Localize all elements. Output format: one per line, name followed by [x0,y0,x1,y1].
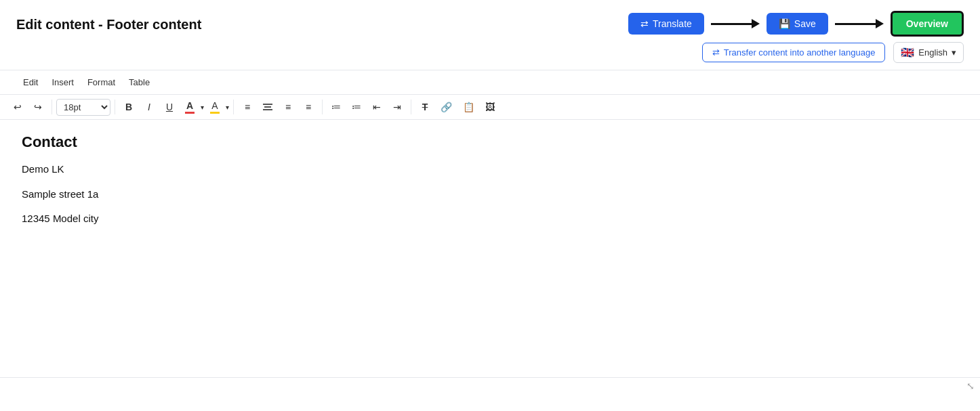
editor-container[interactable]: Contact Demo LK Sample street 1a 12345 M… [0,120,980,377]
save-label: Save [794,18,816,29]
header-actions: ⇄ Translate 💾 Save Overview ⇄ Trans [628,11,964,63]
outdent-button[interactable]: ⇤ [367,98,386,116]
link-icon: 🔗 [441,102,452,112]
redo-icon: ↪ [34,102,42,112]
editor-content: Contact Demo LK Sample street 1a 12345 M… [22,133,958,227]
overview-button[interactable]: Overview [891,11,964,37]
header-top-row: ⇄ Translate 💾 Save Overview [628,11,964,37]
align-right-icon: ≡ [285,102,291,112]
arrow-annotation [711,19,760,28]
toolbar-divider-1 [52,100,52,114]
translate-label: Translate [653,18,692,29]
translate-button[interactable]: ⇄ Translate [628,13,704,35]
resize-handle[interactable]: ⤡ [966,381,975,391]
font-size-select[interactable]: 8pt 10pt 12pt 14pt 16pt 18pt 20pt 24pt 3… [56,99,110,116]
undo-button[interactable]: ↩ [8,98,27,116]
language-name: English [918,47,947,58]
strikethrough-button[interactable]: T [415,98,434,116]
page-title: Edit content - Footer content [16,11,201,38]
editor-line-3: 12345 Model city [22,211,958,227]
align-center-button[interactable] [258,98,277,116]
arrow-head [752,19,760,28]
align-justify-button[interactable]: ≡ [299,98,318,116]
menu-item-insert[interactable]: Insert [45,74,81,90]
indent-button[interactable]: ⇥ [388,98,407,116]
highlight-chevron[interactable]: ▾ [226,104,229,111]
flag-icon: 🇬🇧 [901,46,914,59]
bullet-list-button[interactable]: ≔ [327,98,346,116]
chevron-down-icon: ▾ [952,47,956,58]
bold-button[interactable]: B [119,98,138,116]
menu-item-edit[interactable]: Edit [16,74,45,90]
arrow-annotation-2 [835,19,884,28]
editor-heading: Contact [22,133,958,151]
transfer-label: Transfer content into another language [724,47,876,58]
align-center-icon [263,104,272,110]
align-right-button[interactable]: ≡ [279,98,298,116]
underline-button[interactable]: U [160,98,179,116]
arrow-head-2 [876,19,884,28]
font-color-chevron[interactable]: ▾ [201,104,204,111]
ordered-list-button[interactable]: ≔ [347,98,366,116]
paste-button[interactable]: 📋 [458,98,479,116]
align-left-button[interactable]: ≡ [238,98,257,116]
highlight-button[interactable]: A [205,98,224,116]
overview-label: Overview [906,18,948,29]
undo-icon: ↩ [14,102,22,112]
toolbar: ↩ ↪ 8pt 10pt 12pt 14pt 16pt 18pt 20pt 24… [0,95,980,120]
arrow-line-2 [835,23,876,25]
align-justify-icon: ≡ [306,102,311,112]
image-icon: 🖼 [485,102,495,112]
outdent-icon: ⇤ [373,102,381,112]
editor-line-1: Demo LK [22,162,958,177]
redo-button[interactable]: ↪ [28,98,47,116]
strikethrough-icon: T [422,102,428,112]
font-color-button[interactable]: A [180,98,199,116]
align-left-icon: ≡ [245,102,250,112]
bullet-list-icon: ≔ [331,102,341,112]
language-selector[interactable]: 🇬🇧 English ▾ [893,42,964,63]
highlight-icon: A [210,100,220,114]
toolbar-divider-5 [411,100,411,114]
image-button[interactable]: 🖼 [481,98,499,116]
header-bottom-row: ⇄ Transfer content into another language… [702,42,964,63]
transfer-icon: ⇄ [712,47,720,58]
toolbar-divider-3 [233,100,234,114]
editor-bottom-bar: ⤡ [0,377,980,393]
link-button[interactable]: 🔗 [436,98,457,116]
italic-button[interactable]: I [140,98,159,116]
menu-item-table[interactable]: Table [122,74,157,90]
menu-bar: Edit Insert Format Table [0,70,980,95]
save-button[interactable]: 💾 Save [767,13,828,35]
editor-line-2: Sample street 1a [22,187,958,202]
font-color-icon: A [185,100,195,114]
save-icon: 💾 [779,18,790,29]
menu-item-format[interactable]: Format [81,74,122,90]
toolbar-divider-4 [322,100,323,114]
ordered-list-icon: ≔ [352,102,361,112]
header: Edit content - Footer content ⇄ Translat… [0,0,980,70]
paste-icon: 📋 [463,102,474,112]
toolbar-divider-2 [115,100,115,114]
arrow-line [711,23,752,25]
indent-icon: ⇥ [393,102,401,112]
transfer-button[interactable]: ⇄ Transfer content into another language [702,43,886,62]
translate-icon: ⇄ [640,18,649,29]
